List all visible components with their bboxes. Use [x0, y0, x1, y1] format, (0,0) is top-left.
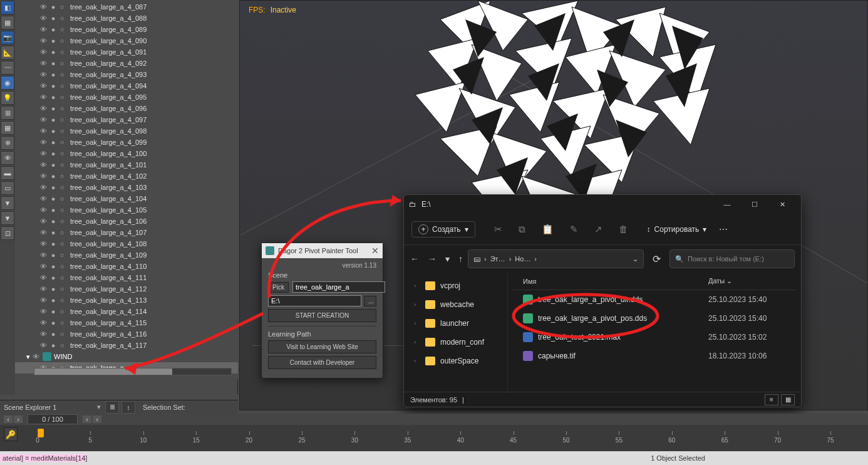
sidebar-item[interactable]: ›modern_conf [404, 333, 507, 352]
file-row[interactable]: tree_oak_large_a_pivot_dir.dds25.10.2023… [513, 290, 796, 309]
column-header[interactable]: Имя Даты ⌄ [513, 273, 796, 290]
grid-view-button[interactable]: ▦ [781, 394, 795, 405]
tree-row[interactable]: 👁●○tree_oak_large_a_4_113 [15, 295, 238, 306]
picked-object-field[interactable] [292, 281, 385, 293]
sidebar-item[interactable]: ›outerSpace [404, 352, 507, 370]
tree-row[interactable]: 👁●○tree_oak_large_a_4_100 [15, 148, 238, 159]
tool-icon[interactable]: ▦ [1, 16, 14, 29]
refresh-button[interactable]: ⟳ [653, 253, 661, 265]
tool-icon[interactable]: 📐 [1, 46, 14, 60]
breadcrumb-item[interactable]: Эт… [490, 255, 505, 263]
maxscript-listener[interactable]: aterial] = meditMaterials[14] [0, 454, 87, 462]
tool-icon[interactable]: ❄ [1, 136, 14, 150]
tool-icon[interactable]: ▭ [1, 181, 14, 195]
sort-button[interactable]: ↕ Сортировать ▾ [647, 225, 707, 234]
tool-icon[interactable]: ⊞ [1, 106, 14, 120]
delete-icon[interactable]: 🗑 [619, 224, 628, 235]
file-row[interactable]: tree_oak_test_2021.max25.10.2023 15:02 [513, 328, 796, 347]
tree-row[interactable]: 👁●○tree_oak_large_a_4_112 [15, 283, 238, 295]
start-creation-button[interactable]: START CREATION [268, 309, 376, 322]
dropdown-icon[interactable]: ▾ [94, 403, 104, 411]
tree-row[interactable]: 👁●○tree_oak_large_a_4_090 [15, 35, 238, 46]
close-icon[interactable]: ✕ [371, 246, 379, 256]
dialog-titlebar[interactable]: Dagor 2 Pivot Painter Tool ✕ [262, 243, 383, 258]
sidebar-item[interactable]: ›launcher [404, 314, 507, 333]
maximize-button[interactable]: ☐ [741, 195, 768, 214]
rename-icon[interactable]: ✎ [570, 224, 578, 235]
paste-icon[interactable]: 📋 [542, 224, 554, 235]
minimize-button[interactable]: — [713, 195, 741, 214]
tree-row[interactable]: 👁●○tree_oak_large_a_4_101 [15, 159, 238, 170]
tree-row[interactable]: 👁●○tree_oak_large_a_4_091 [15, 46, 238, 58]
browse-button[interactable]: ... [364, 296, 376, 306]
list-view-button[interactable]: ≡ [765, 394, 778, 405]
forward-button[interactable]: → [428, 254, 437, 264]
share-icon[interactable]: ↗ [594, 224, 602, 235]
tree-row[interactable]: 👁●○tree_oak_large_a_4_095 [15, 91, 238, 103]
tree-row[interactable]: 👁●○tree_oak_large_a_4_103 [15, 182, 238, 193]
sort-icon[interactable]: ↕ [121, 401, 135, 414]
search-field[interactable]: 🔍 Поиск в: Новый том (E:) [669, 249, 795, 268]
visit-website-button[interactable]: Visit to Learning Web Site [268, 340, 376, 353]
timeline-prev-button[interactable]: ‹ [83, 415, 91, 423]
tree-row[interactable]: 👁●○tree_oak_large_a_4_089 [15, 24, 238, 35]
tool-icon[interactable]: ◧ [1, 1, 14, 14]
tree-row[interactable]: 👁●○tree_oak_large_a_4_109 [15, 249, 238, 261]
column-date[interactable]: Даты ⌄ [708, 277, 796, 285]
tree-row[interactable]: 👁●○tree_oak_large_a_4_094 [15, 80, 238, 91]
sidebar-item[interactable]: ›webcache [404, 295, 507, 314]
key-button[interactable]: 🔑 [4, 427, 18, 441]
tree-row[interactable]: 👁●○tree_oak_large_a_4_108 [15, 238, 238, 249]
timeline-prev-button[interactable]: ‹ [4, 415, 13, 423]
tool-icon[interactable]: 💡 [1, 91, 14, 105]
tree-row[interactable]: 👁●○tree_oak_large_a_4_097 [15, 114, 238, 125]
tree-row[interactable]: 👁●○tree_oak_large_a_4_088 [15, 13, 238, 24]
sidebar-item[interactable]: ›vcproj [404, 276, 507, 295]
chevron-down-icon[interactable]: ▾ [445, 254, 450, 264]
tree-row[interactable]: 👁●○tree_oak_large_a_4_102 [15, 170, 238, 182]
tree-row[interactable]: 👁●○tree_oak_large_a_4_098 [15, 125, 238, 137]
pick-button[interactable]: Pick [268, 282, 289, 293]
explorer-titlebar[interactable]: 🗀 E:\ — ☐ ✕ [404, 195, 801, 214]
time-ruler[interactable]: 051015202530354045505560657075 [38, 425, 830, 444]
tree-row[interactable]: 👁●○tree_oak_large_a_4_110 [15, 261, 238, 272]
layers-icon[interactable]: ≣ [105, 401, 119, 414]
tool-icon[interactable]: ⊡ [1, 226, 14, 240]
column-name[interactable]: Имя [513, 278, 708, 285]
tree-row[interactable]: 👁●○tree_oak_large_a_4_115 [15, 317, 238, 328]
close-button[interactable]: ✕ [768, 195, 796, 214]
output-path-field[interactable] [268, 295, 361, 306]
up-button[interactable]: ↑ [458, 254, 463, 264]
breadcrumb-item[interactable]: Но… [515, 255, 530, 263]
new-button[interactable]: + Создать ▾ [411, 221, 475, 238]
tree-row[interactable]: 👁●○tree_oak_large_a_4_114 [15, 306, 238, 317]
back-button[interactable]: ← [410, 254, 419, 264]
timeline-next-button[interactable]: › [14, 415, 23, 423]
horizontal-scrollbar[interactable] [34, 368, 232, 375]
frame-display[interactable]: 0 / 100 [28, 414, 78, 424]
contact-developer-button[interactable]: Contact with Developer [268, 356, 376, 369]
tool-icon[interactable]: 👁 [1, 151, 14, 165]
more-button[interactable]: ⋯ [719, 224, 728, 234]
tree-row[interactable]: 👁●○tree_oak_large_a_4_117 [15, 340, 238, 351]
tree-row[interactable]: 👁●○tree_oak_large_a_4_106 [15, 216, 238, 227]
tree-row[interactable]: 👁●○tree_oak_large_a_4_105 [15, 204, 238, 216]
tree-row[interactable]: 👁●○tree_oak_large_a_4_096 [15, 103, 238, 114]
tree-row[interactable]: 👁●○tree_oak_large_a_4_099 [15, 137, 238, 148]
tree-row[interactable]: 👁●○tree_oak_large_a_4_092 [15, 58, 238, 69]
tool-icon[interactable]: ▼ [1, 211, 14, 225]
tree-row[interactable]: 👁●○tree_oak_large_a_4_107 [15, 227, 238, 238]
tree-row[interactable]: 👁●○tree_oak_large_a_4_116 [15, 328, 238, 340]
timeline-next-button[interactable]: › [93, 415, 101, 423]
file-row[interactable]: сарычев.tif18.10.2023 10:06 [513, 347, 796, 365]
chevron-down-icon[interactable]: ⌄ [633, 255, 638, 263]
tool-icon[interactable]: ▦ [1, 121, 14, 135]
breadcrumb[interactable]: 🖴 › Эт… › Но… › ⌄ [468, 249, 644, 268]
tool-icon[interactable]: ▬ [1, 166, 14, 180]
tool-icon[interactable]: ▼ [1, 196, 14, 210]
tree-group-wind[interactable]: ▾👁WIND [15, 351, 238, 362]
tree-row[interactable]: 👁●○tree_oak_large_a_4_104 [15, 193, 238, 204]
tool-icon[interactable]: 📷 [1, 31, 14, 44]
tree-row[interactable]: 👁●○tree_oak_large_a_4_111 [15, 272, 238, 283]
cut-icon[interactable]: ✂ [494, 224, 502, 235]
